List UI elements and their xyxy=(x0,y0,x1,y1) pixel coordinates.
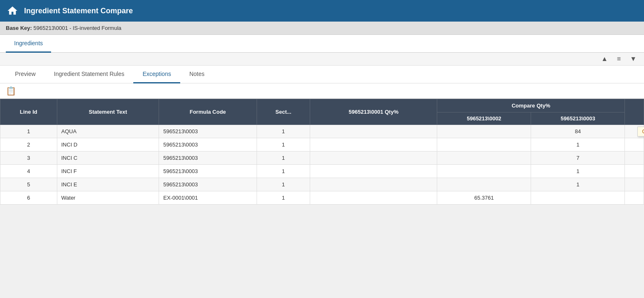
table-cell xyxy=(310,165,437,178)
table-cell: INCI F xyxy=(57,165,159,178)
table-cell: 65.3761 xyxy=(437,191,531,205)
table-row: 4INCI F5965213\000311 xyxy=(0,165,644,178)
col-header: Statement Text xyxy=(57,99,159,125)
table-cell xyxy=(531,191,625,205)
table-cell: 5965213\0003 xyxy=(159,178,257,191)
base-key-label: Base Key: xyxy=(6,25,32,31)
table-cell: 4 xyxy=(0,165,57,178)
table-cell: INCI D xyxy=(57,138,159,151)
table-cell xyxy=(310,151,437,165)
table-cell: 1 xyxy=(257,178,310,191)
subtab-rules[interactable]: Ingredient Statement Rules xyxy=(45,66,134,83)
table-cell: 2 xyxy=(0,138,57,151)
table-cell xyxy=(437,178,531,191)
menu-button[interactable]: ≡ xyxy=(615,54,622,64)
table-cell: 1 xyxy=(531,178,625,191)
table-cell: INCI C xyxy=(57,151,159,165)
table-row: 2INCI D5965213\000311 xyxy=(0,138,644,151)
toolbar-row: ▲ ≡ ▼ xyxy=(0,53,644,66)
table-cell: 5965213\0003 xyxy=(159,151,257,165)
tooltip-cell xyxy=(625,191,644,205)
tooltip-cell xyxy=(625,178,644,191)
col-header: Compare Qty% xyxy=(437,99,625,112)
table-cell: EX-0001\0001 xyxy=(159,191,257,205)
col-header: 5965213\0001 Qty% xyxy=(310,99,437,125)
tooltip-cell xyxy=(625,138,644,151)
table-cell: 7 xyxy=(531,151,625,165)
tab-ingredients[interactable]: Ingredients xyxy=(6,35,51,53)
table-container: Line IdStatement TextFormula CodeSect...… xyxy=(0,99,644,205)
main-tab-section: Ingredients xyxy=(0,35,644,53)
subtab-section: PreviewIngredient Statement RulesExcepti… xyxy=(0,66,644,83)
table-cell: 1 xyxy=(531,165,625,178)
tooltip-cell xyxy=(625,165,644,178)
table-cell: 1 xyxy=(257,191,310,205)
col-header: Sect... xyxy=(257,99,310,125)
table-cell xyxy=(310,125,437,138)
tooltip-text: Quantity Above Reporting Level w/o Match… xyxy=(637,127,644,137)
scroll-down-button[interactable]: ▼ xyxy=(628,54,638,64)
table-cell: 3 xyxy=(0,151,57,165)
subtab-exceptions[interactable]: Exceptions xyxy=(133,66,180,83)
table-cell xyxy=(310,138,437,151)
col-sub-header: 5965213\0003 xyxy=(531,112,625,125)
home-icon[interactable] xyxy=(7,5,18,17)
table-cell: 1 xyxy=(257,165,310,178)
table-cell: AQUA xyxy=(57,125,159,138)
subtab-preview[interactable]: Preview xyxy=(6,66,45,83)
table-cell: 1 xyxy=(257,125,310,138)
table-cell xyxy=(437,151,531,165)
col-header: Formula Code xyxy=(159,99,257,125)
table-row: 3INCI C5965213\000317 xyxy=(0,151,644,165)
table-cell: 1 xyxy=(531,138,625,151)
col-header: Line Id xyxy=(0,99,57,125)
table-cell: 5965213\0003 xyxy=(159,165,257,178)
table-row: 5INCI E5965213\000311 xyxy=(0,178,644,191)
table-cell xyxy=(310,191,437,205)
base-key-value: 5965213\0001 - IS-invented Formula xyxy=(34,25,122,31)
subtab-notes[interactable]: Notes xyxy=(180,66,214,83)
table-cell xyxy=(437,138,531,151)
app-header: Ingredient Statement Compare xyxy=(0,0,644,22)
exceptions-table: Line IdStatement TextFormula CodeSect...… xyxy=(0,99,644,205)
action-toolbar: 📋 xyxy=(0,83,644,99)
scroll-up-button[interactable]: ▲ xyxy=(600,54,610,64)
table-cell xyxy=(437,165,531,178)
table-row: 1AQUA5965213\0003184Quantity Above Repor… xyxy=(0,125,644,138)
table-cell: INCI E xyxy=(57,178,159,191)
page-title: Ingredient Statement Compare xyxy=(24,7,133,15)
table-cell: 1 xyxy=(257,138,310,151)
table-cell: 6 xyxy=(0,191,57,205)
table-cell xyxy=(437,125,531,138)
tooltip-cell: Quantity Above Reporting Level w/o Match… xyxy=(625,125,644,138)
table-row: 6WaterEX-0001\0001165.3761 xyxy=(0,191,644,205)
base-key-bar: Base Key: 5965213\0001 - IS-invented For… xyxy=(0,22,644,35)
table-cell: 5965213\0003 xyxy=(159,125,257,138)
table-cell: 5 xyxy=(0,178,57,191)
table-cell xyxy=(310,178,437,191)
table-cell: 84 xyxy=(531,125,625,138)
table-cell: 5965213\0003 xyxy=(159,138,257,151)
table-cell: Water xyxy=(57,191,159,205)
copy-doc-icon[interactable]: 📋 xyxy=(6,86,16,96)
col-header xyxy=(625,99,644,125)
col-sub-header: 5965213\0002 xyxy=(437,112,531,125)
tooltip-cell xyxy=(625,151,644,165)
table-cell: 1 xyxy=(0,125,57,138)
table-cell: 1 xyxy=(257,151,310,165)
